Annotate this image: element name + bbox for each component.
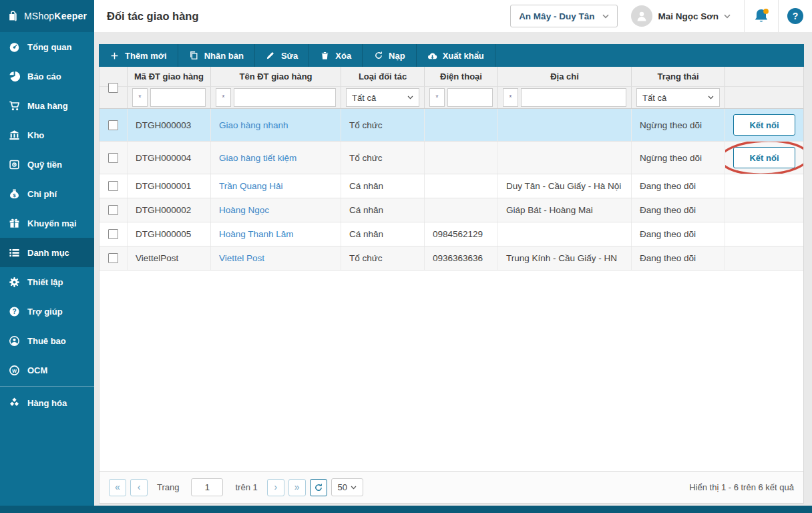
- store-selector[interactable]: An Mây - Duy Tân: [510, 5, 618, 27]
- results-summary: Hiển thị 1 - 6 trên 6 kết quả: [689, 482, 794, 492]
- ocm-icon: w: [9, 365, 20, 376]
- pencil-icon: [266, 51, 276, 61]
- filter-operator-button[interactable]: *: [132, 88, 148, 107]
- sidebar-item-kho[interactable]: Kho: [0, 120, 94, 150]
- table-row[interactable]: DTGH000005 Hoàng Thanh Lâm Cá nhân 09845…: [99, 222, 803, 246]
- table-row[interactable]: ViettelPost Viettel Post Tổ chức 0936363…: [99, 246, 803, 271]
- filter-address-input[interactable]: [521, 88, 626, 107]
- column-header-status[interactable]: Trạng thái: [632, 67, 725, 87]
- filter-status-select[interactable]: Tất cả: [636, 88, 720, 107]
- trash-icon: [320, 51, 330, 61]
- edit-button[interactable]: Sửa: [255, 44, 309, 67]
- app-logo[interactable]: MShopKeeper: [0, 0, 94, 32]
- sidebar-item-ocm[interactable]: w OCM: [0, 355, 94, 385]
- page-size-select[interactable]: 50: [331, 478, 363, 496]
- sidebar-item-bao-cao[interactable]: Báo cáo: [0, 61, 94, 91]
- sidebar: MShopKeeper Tổng quan Báo cáo Mua hàng K…: [0, 0, 94, 506]
- refresh-page-button[interactable]: [310, 479, 327, 496]
- cell-phone: 0984562129: [425, 222, 498, 246]
- page-number-input[interactable]: [191, 478, 223, 496]
- add-new-button[interactable]: Thêm mới: [99, 44, 178, 67]
- notifications-button[interactable]: [745, 0, 778, 32]
- export-button[interactable]: Xuất khẩu: [417, 44, 495, 67]
- cell-address: [498, 222, 632, 246]
- user-menu[interactable]: Mai Ngọc Sơn: [631, 5, 731, 27]
- row-checkbox[interactable]: [108, 253, 118, 263]
- reload-button[interactable]: Nạp: [363, 44, 417, 67]
- filter-phone-input[interactable]: [447, 88, 493, 107]
- grid-empty-area: [99, 271, 803, 471]
- user-name: Mai Ngọc Sơn: [658, 11, 719, 21]
- partner-link[interactable]: Hoàng Thanh Lâm: [219, 229, 294, 239]
- column-header-phone[interactable]: Điện thoại: [425, 67, 498, 87]
- column-header-name[interactable]: Tên ĐT giao hàng: [211, 67, 341, 87]
- sidebar-item-mua-hang[interactable]: Mua hàng: [0, 91, 94, 120]
- row-checkbox[interactable]: [108, 181, 118, 191]
- sidebar-item-quy-tien[interactable]: Quỹ tiền: [0, 150, 94, 179]
- duplicate-button[interactable]: Nhân bản: [178, 44, 255, 67]
- connect-button[interactable]: Kết nối: [733, 114, 795, 136]
- row-checkbox[interactable]: [108, 153, 118, 163]
- sidebar-item-label: Trợ giúp: [27, 307, 63, 317]
- cell-address: Duy Tân - Cầu Giấy - Hà Nội: [498, 174, 632, 198]
- cell-code: DTGH000003: [128, 109, 211, 141]
- pagination-bar: « ‹ Trang trên 1 › » 50 Hiển thị 1 - 6 t…: [99, 471, 803, 503]
- partner-link[interactable]: Hoàng Ngọc: [219, 205, 269, 215]
- filter-operator-button[interactable]: *: [503, 88, 518, 107]
- sidebar-item-chi-phi[interactable]: $ Chi phí: [0, 179, 94, 208]
- filter-name-input[interactable]: [234, 88, 336, 107]
- last-page-button[interactable]: »: [288, 479, 306, 496]
- sidebar-item-tro-giup[interactable]: ? Trợ giúp: [0, 297, 94, 326]
- sidebar-item-tong-quan[interactable]: Tổng quan: [0, 32, 94, 61]
- list-icon: [9, 247, 20, 259]
- warehouse-icon: [9, 130, 20, 141]
- toolbar-button-label: Nhân bản: [204, 51, 244, 61]
- sidebar-item-khuyen-mai[interactable]: Khuyến mại: [0, 208, 94, 238]
- partner-link[interactable]: Trần Quang Hải: [219, 181, 283, 191]
- column-header-type[interactable]: Loại đối tác: [341, 67, 425, 87]
- row-checkbox[interactable]: [108, 229, 118, 239]
- row-checkbox[interactable]: [108, 120, 118, 130]
- cell-phone: [425, 198, 498, 222]
- pie-chart-icon: [9, 71, 20, 82]
- select-all-checkbox[interactable]: [108, 83, 118, 93]
- table-row[interactable]: DTGH000002 Hoàng Ngọc Cá nhân Giáp Bát -…: [99, 198, 803, 222]
- sidebar-item-thue-bao[interactable]: Thuê bao: [0, 326, 94, 355]
- cell-code: DTGH000001: [128, 174, 211, 198]
- table-row[interactable]: DTGH000004 Giao hàng tiết kiệm Tổ chức N…: [99, 142, 803, 174]
- sidebar-item-danh-muc[interactable]: Danh mục: [0, 238, 94, 267]
- partner-link[interactable]: Giao hàng nhanh: [219, 120, 288, 130]
- toolbar-button-label: Thêm mới: [125, 51, 167, 61]
- sidebar-item-thiet-lap[interactable]: Thiết lập: [0, 267, 94, 297]
- first-page-button[interactable]: «: [109, 479, 126, 496]
- row-checkbox[interactable]: [108, 205, 118, 215]
- sidebar-item-label: Hàng hóa: [27, 398, 67, 408]
- page-label: Trang: [157, 482, 179, 492]
- duplicate-icon: [189, 51, 199, 61]
- filter-operator-button[interactable]: *: [216, 88, 231, 107]
- next-page-button[interactable]: ›: [267, 479, 284, 496]
- filter-code-input[interactable]: [150, 88, 206, 107]
- cell-status: Đang theo dõi: [632, 222, 725, 246]
- prev-page-button[interactable]: ‹: [130, 479, 148, 496]
- sidebar-item-label: Thuê bao: [27, 336, 66, 346]
- filter-type-value: Tất cả: [352, 93, 376, 103]
- column-header-code[interactable]: Mã ĐT giao hàng: [128, 67, 211, 87]
- help-button[interactable]: ?: [779, 0, 812, 32]
- sidebar-item-hang-hoa[interactable]: Hàng hóa: [0, 388, 94, 417]
- cloud-export-icon: [427, 51, 437, 61]
- column-header-address[interactable]: Địa chỉ: [498, 67, 632, 87]
- toolbar-button-label: Xuất khẩu: [443, 51, 484, 61]
- chevron-down-icon: [407, 96, 413, 100]
- delete-button[interactable]: Xóa: [309, 44, 363, 67]
- filter-type-select[interactable]: Tất cả: [346, 88, 419, 107]
- filter-operator-button[interactable]: *: [429, 88, 445, 107]
- cell-type: Tổ chức: [341, 246, 425, 270]
- table-row[interactable]: DTGH000001 Trần Quang Hải Cá nhân Duy Tâ…: [99, 174, 803, 198]
- connect-button[interactable]: Kết nối: [733, 147, 795, 168]
- partner-link[interactable]: Viettel Post: [219, 253, 264, 263]
- table-row[interactable]: DTGH000003 Giao hàng nhanh Tổ chức Ngừng…: [99, 109, 803, 142]
- partner-link[interactable]: Giao hàng tiết kiệm: [219, 153, 296, 163]
- toolbar-button-label: Xóa: [335, 51, 351, 61]
- filter-status-value: Tất cả: [642, 93, 666, 103]
